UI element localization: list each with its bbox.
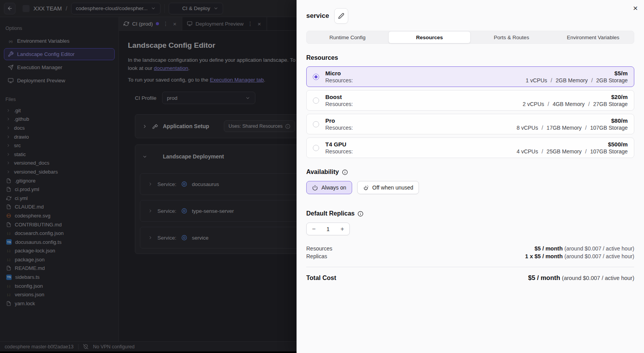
plan-name: T4 GPU (325, 141, 353, 148)
spec-separator: / (544, 101, 553, 107)
plan-resources-label: Resources: (325, 101, 353, 107)
spec-separator: / (588, 77, 596, 83)
plan-specs: 4 vCPUs/25GB Memory/107GB Storage (517, 148, 628, 155)
plan-spec: 2GB Memory (556, 77, 588, 83)
decrement-button[interactable]: − (307, 226, 321, 233)
total-cost-value: $5 / month (around $0.007 / active hour) (528, 274, 634, 282)
availability-options: Always onOff when unused (306, 181, 634, 194)
service-settings-panel: × service Runtime ConfigResourcesPorts &… (297, 0, 644, 353)
radio-icon[interactable] (313, 74, 319, 80)
replicas-value: 1 (321, 226, 335, 232)
availability-button-label: Off when unused (372, 184, 414, 191)
service-title-row: service (306, 0, 634, 24)
plan-spec: 2 vCPUs (523, 101, 544, 107)
availability-always-on-button[interactable]: Always on (306, 181, 352, 194)
plan-option-pro[interactable]: ProResources:$80/m8 vCPUs/17GB Memory/10… (306, 114, 634, 134)
cost-row-amount: 1 x $5 / month (525, 253, 563, 259)
plan-spec: 1 vCPUs (526, 77, 547, 83)
availability-button-label: Always on (321, 184, 346, 191)
info-icon[interactable] (342, 169, 348, 175)
resources-heading: Resources (306, 54, 634, 61)
plan-resources-label: Resources: (325, 77, 353, 83)
plan-info: T4 GPUResources: (325, 141, 353, 155)
availability-heading-label: Availability (306, 169, 339, 176)
cost-row-note: (around $0.007 / active hour) (564, 253, 634, 259)
increment-button[interactable]: + (335, 226, 349, 233)
service-title: service (306, 12, 329, 20)
plan-price: $80/m (517, 117, 628, 124)
spec-separator: / (582, 125, 590, 131)
tab-resources[interactable]: Resources (388, 31, 471, 43)
spec-separator: / (538, 148, 546, 155)
tab-ports-routes[interactable]: Ports & Routes (471, 31, 552, 43)
plan-pricing: $500/m4 vCPUs/25GB Memory/107GB Storage (517, 141, 628, 155)
plan-info: MicroResources: (325, 70, 353, 83)
plan-option-t4-gpu[interactable]: T4 GPUResources:$500/m4 vCPUs/25GB Memor… (306, 137, 634, 158)
plan-spec: 8 vCPUs (517, 125, 538, 131)
spec-separator: / (582, 148, 590, 155)
plan-spec: 107GB Storage (590, 148, 628, 155)
edit-name-button[interactable] (334, 8, 348, 24)
total-cost-row: Total Cost $5 / month (around $0.007 / a… (306, 274, 634, 282)
info-icon[interactable] (358, 211, 363, 217)
cost-row-label: Resources (306, 245, 332, 252)
plan-name: Boost (325, 94, 353, 100)
plan-spec: 25GB Memory (546, 148, 581, 155)
close-button[interactable]: × (633, 4, 638, 12)
plan-pricing: $5/m1 vCPUs/2GB Memory/2GB Storage (526, 70, 628, 83)
plan-price: $500/m (517, 141, 628, 148)
power-sleep-icon (363, 185, 369, 191)
cost-breakdown: Resources$5 / month (around $0.007 / act… (306, 245, 634, 260)
plan-pricing: $80/m8 vCPUs/17GB Memory/107GB Storage (517, 117, 628, 131)
cost-row-value: 1 x $5 / month (around $0.007 / active h… (525, 252, 634, 260)
tab-environment-variables[interactable]: Environment Variables (552, 31, 634, 43)
plan-name: Micro (325, 70, 353, 77)
plan-price: $20/m (523, 94, 628, 100)
settings-tab-bar: Runtime ConfigResourcesPorts & RoutesEnv… (306, 31, 634, 44)
plan-pricing: $20/m2 vCPUs/4GB Memory/27GB Storage (523, 94, 628, 107)
total-cost-note: (around $0.007 / active hour) (562, 275, 634, 281)
plan-spec: 4 vCPUs (517, 148, 538, 155)
tab-runtime-config[interactable]: Runtime Config (307, 31, 388, 43)
availability-heading: Availability (306, 169, 634, 176)
plan-specs: 2 vCPUs/4GB Memory/27GB Storage (523, 101, 628, 107)
plan-info: BoostResources: (325, 94, 353, 107)
plan-spec: 17GB Memory (546, 125, 581, 131)
plan-specs: 1 vCPUs/2GB Memory/2GB Storage (526, 77, 628, 83)
spec-separator: / (538, 125, 546, 131)
plan-resources-label: Resources: (325, 125, 353, 131)
replicas-heading-label: Default Replicas (306, 210, 354, 217)
plan-spec: 107GB Storage (590, 125, 628, 131)
plan-spec: 2GB Storage (596, 77, 628, 83)
plan-resources-label: Resources: (325, 148, 353, 155)
radio-icon[interactable] (313, 97, 319, 104)
availability-off-when-unused-button[interactable]: Off when unused (357, 181, 419, 194)
replicas-stepper: − 1 + (306, 223, 350, 235)
close-icon: × (633, 3, 638, 12)
modal-overlay[interactable] (0, 0, 297, 353)
cost-row-resources: Resources$5 / month (around $0.007 / act… (306, 245, 634, 252)
plan-option-boost[interactable]: BoostResources:$20/m2 vCPUs/4GB Memory/2… (306, 90, 634, 111)
plan-spec: 4GB Memory (553, 101, 585, 107)
power-icon (312, 185, 318, 191)
cost-row-replicas: Replicas1 x $5 / month (around $0.007 / … (306, 252, 634, 260)
plan-name: Pro (325, 117, 353, 124)
total-cost-amount: $5 / month (528, 274, 560, 281)
cost-row-amount: $5 / month (534, 245, 563, 252)
plan-spec: 27GB Storage (593, 101, 628, 107)
plan-price: $5/m (526, 70, 628, 77)
plan-option-micro[interactable]: MicroResources:$5/m1 vCPUs/2GB Memory/2G… (306, 66, 634, 87)
radio-icon[interactable] (313, 145, 319, 151)
spec-separator: / (547, 77, 556, 83)
total-cost-label: Total Cost (306, 275, 336, 282)
cost-row-label: Replicas (306, 252, 327, 260)
radio-icon[interactable] (313, 121, 319, 127)
plan-list: MicroResources:$5/m1 vCPUs/2GB Memory/2G… (306, 66, 634, 158)
spec-separator: / (585, 101, 593, 107)
replicas-heading: Default Replicas (306, 210, 634, 217)
cost-row-value: $5 / month (around $0.007 / active hour) (534, 245, 634, 252)
cost-divider (306, 267, 634, 267)
cost-row-note: (around $0.007 / active hour) (564, 245, 634, 252)
plan-info: ProResources: (325, 117, 353, 131)
plan-specs: 8 vCPUs/17GB Memory/107GB Storage (517, 125, 628, 131)
